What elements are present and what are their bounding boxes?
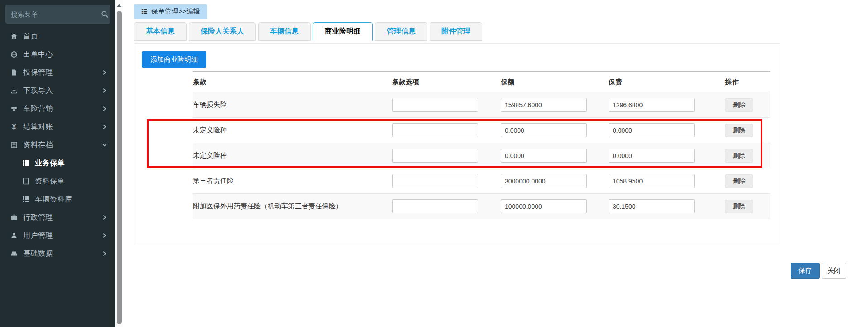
delete-button[interactable]: 删除 [725,200,753,213]
close-button[interactable]: 关闭 [822,263,846,279]
clause-cell: 未定义险种 [193,118,392,143]
chevron-right-icon [102,215,107,220]
user-icon [10,232,18,239]
tab-vehicle-info[interactable]: 车辆信息 [258,22,311,41]
app-window: 首页 出单中心 投保管理 下载导入 车险营销 结算对账 资料存档 业务保单 资料… [0,0,868,327]
sidebar-item-label: 业务保单 [35,159,107,168]
sidebar-item-home[interactable]: 首页 [0,27,115,45]
clause-option-input[interactable] [392,98,478,112]
tab-management-info[interactable]: 管理信息 [375,22,427,41]
insured-amount-input[interactable] [501,98,587,112]
table-row: 附加医保外用药责任险（机动车第三者责任保险） 删除 [193,194,770,219]
tab-bar: 基本信息 保险人关系人 车辆信息 商业险明细 管理信息 附件管理 [134,22,482,41]
save-button[interactable]: 保存 [791,263,820,279]
tab-commercial-detail[interactable]: 商业险明细 [313,22,373,41]
table-row: 未定义险种 删除 [193,143,770,168]
table-row: 第三者责任险 删除 [193,168,770,194]
footer-divider [134,254,858,254]
sidebar-item-settlement[interactable]: 结算对账 [0,118,115,136]
sidebar-item-business-policy[interactable]: 业务保单 [0,154,115,172]
sidebar-item-download-import[interactable]: 下载导入 [0,82,115,100]
table-header-cell: 条款选项 [392,72,501,92]
detail-table: 条款条款选项保额保费操作 车辆损失险 删除 未定义险种 删除 未定义险种 删除 … [193,71,770,219]
clause-option-input[interactable] [392,123,478,137]
sidebar-item-admin-management[interactable]: 行政管理 [0,208,115,226]
premium-input[interactable] [609,149,695,163]
tab-insured-parties[interactable]: 保险人关系人 [189,22,256,41]
clause-cell: 车辆损失险 [193,92,392,118]
sidebar-item-insure-management[interactable]: 投保管理 [0,63,115,82]
sidebar-item-label: 用户管理 [23,231,102,240]
sidebar-menu: 首页 出单中心 投保管理 下载导入 车险营销 结算对账 资料存档 业务保单 资料… [0,24,115,263]
insured-amount-input[interactable] [501,199,587,213]
chevron-right-icon [102,106,107,111]
clause-cell: 附加医保外用药责任险（机动车第三者责任保险） [193,194,392,219]
clause-label: 未定义险种 [193,126,227,134]
search-icon[interactable] [101,10,109,18]
premium-input[interactable] [609,98,695,112]
detail-table-wrap: 条款条款选项保额保费操作 车辆损失险 删除 未定义险种 删除 未定义险种 删除 … [193,71,770,219]
table-row: 未定义险种 删除 [193,118,770,143]
chevron-down-icon [102,142,107,148]
sidebar-item-issue-center[interactable]: 出单中心 [0,45,115,63]
delete-button[interactable]: 删除 [725,124,753,137]
clause-label: 附加医保外用药责任险（机动车第三者责任保险） [193,202,342,210]
content-panel: 添加商业险明细 条款条款选项保额保费操作 车辆损失险 删除 未定义险种 删除 未… [134,43,780,245]
clause-option-input[interactable] [392,199,478,213]
tab-attachment[interactable]: 附件管理 [430,22,482,41]
tab-label: 基本信息 [146,27,175,35]
clause-label: 第三者责任险 [193,177,234,184]
download-icon [10,87,18,94]
premium-input[interactable] [609,199,695,213]
tab-label: 保险人关系人 [201,27,244,35]
table-header-cell: 条款 [193,72,392,92]
sidebar-item-label: 车辆资料库 [35,195,107,204]
sidebar-item-archive[interactable]: 资料存档 [0,136,115,154]
table-header-cell: 保费 [609,72,725,92]
chevron-right-icon [102,124,107,130]
sidebar-item-vehicle-database[interactable]: 车辆资料库 [0,190,115,208]
yen-icon [10,123,18,130]
insured-amount-input[interactable] [501,149,587,163]
delete-button[interactable]: 删除 [725,98,753,112]
sidebar-item-base-data[interactable]: 基础数据 [0,245,115,263]
chevron-right-icon [102,251,107,256]
breadcrumb[interactable]: 保单管理>>编辑 [134,4,207,19]
clause-option-input[interactable] [392,149,478,163]
scrollbar-thumb[interactable] [117,11,122,324]
grid-icon [22,159,30,167]
chevron-right-icon [102,70,107,75]
clause-option-input[interactable] [392,174,478,188]
vertical-scrollbar[interactable] [115,0,123,327]
insured-amount-input[interactable] [501,174,587,188]
sidebar-item-label: 资料保单 [35,177,107,186]
scrollbar-up-arrow-icon[interactable] [117,4,121,7]
tab-label: 附件管理 [441,27,470,35]
premium-input[interactable] [609,174,695,188]
sidebar-item-label: 下载导入 [23,86,102,96]
clause-label: 未定义险种 [193,151,227,159]
add-commercial-detail-button[interactable]: 添加商业险明细 [142,51,206,68]
sidebar-item-label: 车险营销 [23,104,102,114]
search-input[interactable] [11,10,101,18]
book-icon [22,178,30,185]
sidebar-item-vehicle-marketing[interactable]: 车险营销 [0,100,115,118]
archive-icon [10,141,18,149]
chevron-right-icon [102,233,107,238]
clause-cell: 第三者责任险 [193,168,392,194]
sidebar-item-user-management[interactable]: 用户管理 [0,226,115,245]
sidebar-item-data-policy[interactable]: 资料保单 [0,172,115,190]
sidebar: 首页 出单中心 投保管理 下载导入 车险营销 结算对账 资料存档 业务保单 资料… [0,0,115,327]
premium-input[interactable] [609,123,695,137]
tab-basic-info[interactable]: 基本信息 [134,22,187,41]
delete-button[interactable]: 删除 [725,174,753,188]
sidebar-item-label: 资料存档 [23,140,102,150]
delete-button[interactable]: 删除 [725,149,753,163]
table-header-cell: 操作 [725,72,770,92]
sidebar-item-label: 投保管理 [23,68,102,77]
file-icon [10,69,18,76]
table-header-cell: 保额 [501,72,609,92]
grid-icon [141,9,147,14]
clause-cell: 未定义险种 [193,143,392,168]
insured-amount-input[interactable] [501,123,587,137]
